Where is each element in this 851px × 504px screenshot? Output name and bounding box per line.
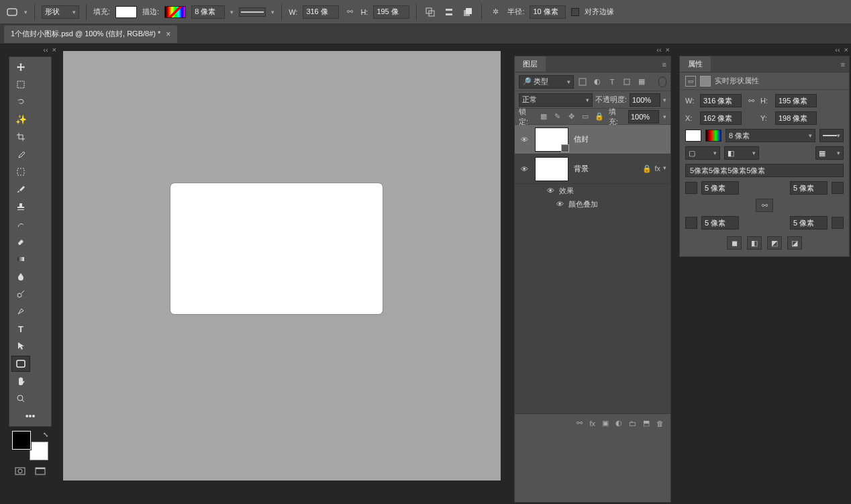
fill-swatch[interactable] [115,6,137,18]
filter-adjust-icon[interactable]: ◐ [591,76,603,88]
swap-colors-icon[interactable]: ⤡ [43,431,48,438]
marquee-tool[interactable] [11,77,30,93]
link-layers-icon[interactable]: ⚯ [577,419,583,427]
path-ops-icon[interactable] [423,5,437,19]
close-icon[interactable]: × [166,30,170,39]
layer-thumbnail[interactable] [535,157,568,181]
filter-shape-icon[interactable] [621,76,633,88]
path-unite-icon[interactable]: ◼ [727,236,742,250]
path-select-tool[interactable] [11,338,30,354]
corner-bl-input[interactable] [701,216,739,230]
dodge-tool[interactable] [11,286,30,302]
layer-thumbnail[interactable] [535,128,568,152]
visibility-icon[interactable]: 👁 [519,164,530,174]
tab-layers[interactable]: 图层 [515,56,546,72]
prop-stroke-swatch[interactable] [705,130,721,142]
visibility-icon[interactable]: 👁 [546,186,555,195]
hand-tool[interactable] [11,373,30,389]
fx-label[interactable]: fx [654,164,660,173]
group-icon[interactable]: 🗀 [629,419,636,427]
gear-icon[interactable]: ✲ [489,5,502,19]
opacity-chevron-icon[interactable]: ▾ [663,97,666,103]
stroke-width-chevron-icon[interactable]: ▾ [230,9,234,15]
adjust-icon[interactable]: ◐ [615,419,622,427]
document-tab[interactable]: 1个信封小图标.psd @ 100% (信封, RGB/8#) * × [4,26,177,43]
rectangle-tool[interactable] [11,356,30,372]
radius-input[interactable] [530,5,566,19]
close-icon[interactable]: × [666,46,670,54]
stamp-tool[interactable] [11,199,30,215]
corner-tr-icon[interactable] [832,182,844,194]
corner-br-input[interactable] [790,216,828,230]
panel-menu-icon[interactable]: ≡ [837,56,849,72]
stroke-style-chevron-icon[interactable]: ▾ [271,9,274,15]
path-subtract-icon[interactable]: ◧ [747,236,762,250]
prop-cap-select[interactable]: ▢▾ [685,146,720,160]
new-layer-icon[interactable]: ⬒ [643,419,650,427]
eyedropper-tool[interactable] [11,146,30,162]
path-intersect-icon[interactable]: ◩ [767,236,782,250]
foreground-color-swatch[interactable] [12,431,31,450]
wand-tool[interactable]: ✨ [11,111,30,128]
history-brush-tool[interactable] [11,216,30,232]
prop-stroke-width-select[interactable]: 8 像素▾ [725,129,815,142]
filter-pixel-icon[interactable] [577,76,589,88]
prop-join-select[interactable]: ◧▾ [724,146,759,160]
fx-icon[interactable]: fx [589,419,595,427]
lasso-tool[interactable] [11,94,30,110]
close-icon[interactable]: × [844,46,848,54]
layer-row[interactable]: 👁 信封 [515,125,670,154]
height-input[interactable] [373,5,409,19]
corner-tr-input[interactable] [790,181,828,195]
quickmask-icon[interactable] [13,466,28,476]
shape-tool-icon[interactable] [5,5,19,19]
filter-type-icon[interactable]: T [606,76,618,88]
corner-br-icon[interactable] [832,217,844,229]
collapse-icon[interactable]: ‹‹ [43,46,48,56]
corner-bl-icon[interactable] [685,217,697,229]
pen-tool[interactable] [11,303,30,319]
prop-x-input[interactable] [700,111,742,125]
visibility-icon[interactable]: 👁 [555,199,564,209]
layer-name[interactable]: 背景 [574,164,589,174]
trash-icon[interactable]: 🗑 [656,419,664,427]
close-icon[interactable]: × [52,46,56,56]
tool-preset-chevron-icon[interactable]: ▾ [24,9,28,15]
slice-tool[interactable] [11,164,30,180]
corner-tl-icon[interactable] [685,182,697,194]
move-tool[interactable] [11,59,30,75]
fill-input[interactable] [628,110,659,123]
stroke-width-input[interactable] [191,5,225,19]
stroke-swatch[interactable] [164,6,186,18]
blur-tool[interactable] [11,268,30,285]
link-wh-icon[interactable]: ⚯ [344,7,355,17]
filter-type-select[interactable]: 🔎 类型▾ [519,75,574,89]
filter-toggle[interactable] [658,77,666,87]
panel-menu-icon[interactable]: ≡ [658,56,670,72]
prop-w-input[interactable] [700,94,742,107]
fx-chevron-icon[interactable]: ▾ [663,164,666,173]
background-color-swatch[interactable] [30,442,48,460]
path-arrange-icon[interactable] [461,5,474,19]
type-tool[interactable]: T [11,321,30,337]
width-input[interactable] [303,5,339,19]
lock-paint-icon[interactable]: ✎ [552,111,562,122]
corner-tl-input[interactable] [701,181,739,195]
collapse-icon[interactable]: ‹‹ [835,46,840,54]
layer-name[interactable]: 信封 [574,134,589,144]
eraser-tool[interactable] [11,234,30,250]
crop-tool[interactable] [11,129,30,145]
layer-row[interactable]: 👁 背景 🔒fx▾ [515,154,670,184]
prop-align-select[interactable]: ▦▾ [815,146,844,160]
prop-h-input[interactable] [775,94,817,107]
tool-mode-select[interactable]: 形状▾ [42,5,79,19]
zoom-tool[interactable] [11,391,30,407]
collapse-icon[interactable]: ‹‹ [656,46,661,54]
lock-position-icon[interactable]: ✥ [566,111,577,122]
envelope-shape[interactable] [170,183,383,314]
align-edges-checkbox[interactable] [571,8,579,16]
lock-all-icon[interactable]: 🔒 [595,111,605,122]
prop-fill-swatch[interactable] [685,130,701,142]
lock-trans-icon[interactable]: ▩ [538,111,548,122]
path-exclude-icon[interactable]: ◪ [787,236,802,250]
